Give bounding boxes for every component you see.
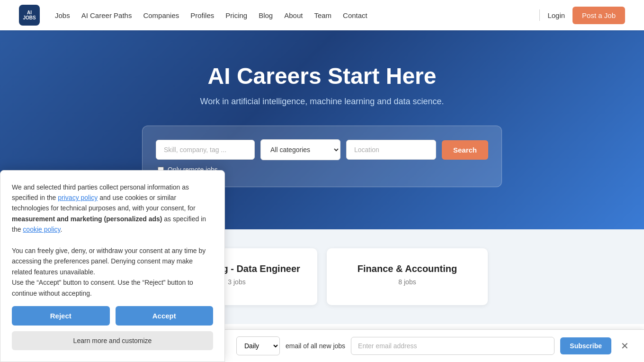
logo-text: AIJOBS	[23, 10, 36, 20]
cookie-period: .	[60, 226, 62, 233]
search-button[interactable]: Search	[442, 140, 488, 160]
cookie-text-freely: You can freely give, deny, or withdraw y…	[12, 247, 206, 276]
hero-subtitle: Work in artificial intelligence, machine…	[200, 97, 444, 107]
nav-pricing[interactable]: Pricing	[225, 11, 247, 19]
search-input[interactable]	[156, 140, 255, 160]
privacy-policy-link[interactable]: privacy policy	[58, 194, 98, 201]
nav-about[interactable]: About	[284, 11, 303, 19]
cookie-buttons: Reject Accept	[12, 306, 213, 324]
hero-title: AI Careers Start Here	[208, 63, 437, 89]
job-card-finance[interactable]: Finance & Accounting 8 jobs	[327, 248, 488, 305]
category-select[interactable]: All categories	[260, 139, 340, 160]
nav-profiles[interactable]: Profiles	[190, 11, 214, 19]
job-card-title-1: Finance & Accounting	[340, 263, 474, 274]
navbar-left: AIJOBS Jobs AI Career Paths Companies Pr…	[19, 5, 367, 26]
cookie-bold-text: measurement and marketing (personalized …	[12, 215, 162, 223]
cookie-text: We and selected third parties collect pe…	[12, 182, 213, 299]
post-job-button[interactable]: Post a Job	[572, 7, 625, 24]
nav-blog[interactable]: Blog	[259, 11, 273, 19]
job-card-count-1: 8 jobs	[340, 278, 474, 286]
logo[interactable]: AIJOBS	[19, 5, 40, 26]
location-input[interactable]	[346, 140, 436, 160]
nav-links: Jobs AI Career Paths Companies Profiles …	[55, 11, 367, 19]
navbar: AIJOBS Jobs AI Career Paths Companies Pr…	[0, 0, 644, 30]
reject-button[interactable]: Reject	[12, 306, 110, 324]
nav-divider	[539, 9, 540, 21]
cookie-policy-link[interactable]: cookie policy	[23, 226, 60, 233]
nav-companies[interactable]: Companies	[143, 11, 179, 19]
nav-ai-career-paths[interactable]: AI Career Paths	[81, 11, 132, 19]
cookie-text-use: Use the “Accept” button to consent. Use …	[12, 279, 193, 297]
login-link[interactable]: Login	[547, 11, 565, 19]
navbar-right: Login Post a Job	[539, 7, 625, 24]
nav-contact[interactable]: Contact	[343, 11, 367, 19]
nav-jobs[interactable]: Jobs	[55, 11, 70, 19]
accept-button[interactable]: Accept	[116, 306, 214, 324]
search-row: All categories Search	[156, 139, 488, 160]
nav-team[interactable]: Team	[314, 11, 331, 19]
cookie-consent: We and selected third parties collect pe…	[0, 170, 225, 324]
